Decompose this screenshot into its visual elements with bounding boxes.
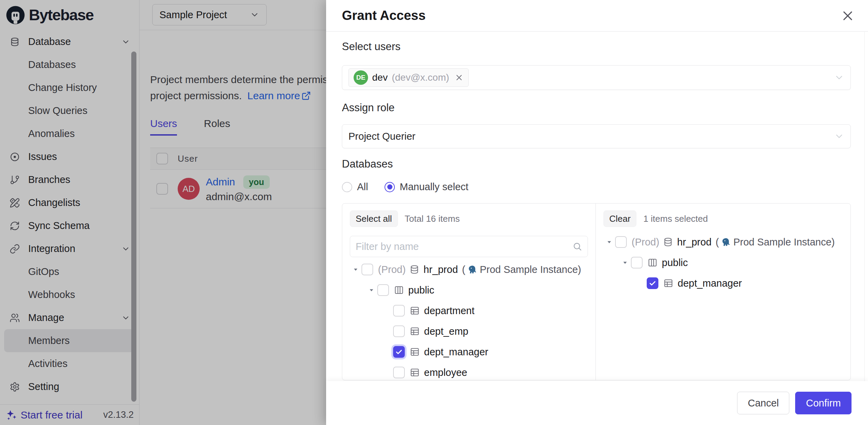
database-name: hr_prod (424, 264, 458, 275)
caret-down-icon[interactable] (366, 287, 377, 293)
checkbox[interactable] (631, 257, 643, 268)
chip-user-name: dev (372, 72, 388, 83)
tree-row-table[interactable]: dept_manager (603, 273, 843, 294)
modal-title: Grant Access (342, 8, 426, 23)
tree-row-schema[interactable]: public (350, 280, 588, 300)
schema-icon (647, 257, 658, 268)
instance-paren: ( (462, 264, 466, 275)
cancel-button[interactable]: Cancel (737, 392, 789, 414)
tree-row-table[interactable]: employee (350, 362, 588, 380)
checkbox[interactable] (393, 305, 405, 317)
environment-label: (Prod) (632, 237, 659, 248)
selected-tree: (Prod) hr_prod ( Prod Sample Instance) (603, 232, 843, 294)
checkbox[interactable] (361, 264, 373, 275)
table-icon (410, 306, 420, 316)
checkbox-checked[interactable] (393, 346, 405, 358)
table-name: department (424, 305, 475, 317)
radio-icon (342, 182, 352, 192)
table-icon (663, 278, 674, 288)
chevron-down-icon (834, 72, 844, 83)
table-name: dept_manager (424, 346, 488, 358)
selected-user-chip: DE dev (dev@x.com) (348, 68, 469, 87)
filter-input[interactable] (356, 241, 572, 252)
checkbox[interactable] (393, 367, 405, 378)
table-name: dept_manager (678, 278, 742, 289)
database-scope-radios: All Manually select (342, 181, 468, 193)
radio-checked-icon (385, 182, 395, 192)
assign-role-label: Assign role (342, 102, 394, 114)
selected-count-label: 1 items selected (643, 214, 708, 224)
instance-name: Prod Sample Instance) (480, 264, 581, 275)
environment-label: (Prod) (378, 264, 406, 275)
caret-down-icon[interactable] (619, 260, 631, 265)
database-icon (409, 264, 420, 275)
table-name: dept_emp (424, 326, 468, 337)
table-icon (410, 347, 420, 357)
schema-icon (394, 285, 404, 295)
select-users-label: Select users (342, 41, 401, 53)
postgresql-icon (467, 264, 478, 275)
assign-role-select[interactable]: Project Querier (342, 124, 851, 148)
close-icon[interactable] (841, 9, 854, 22)
tree-row-schema[interactable]: public (603, 252, 843, 273)
checkbox[interactable] (377, 284, 389, 296)
radio-manual-label: Manually select (400, 181, 468, 193)
tree-row-database[interactable]: (Prod) hr_prod ( Prod Sample Instance) (603, 232, 843, 252)
modal-overlay[interactable] (0, 0, 326, 425)
selected-pane: Clear 1 items selected (Prod) hr_prod ( … (596, 204, 850, 380)
instance-name: Prod Sample Instance) (733, 237, 835, 248)
radio-manually-select[interactable]: Manually select (385, 181, 468, 193)
databases-label: Databases (342, 158, 393, 170)
schema-name: public (662, 257, 688, 268)
tree-row-database[interactable]: (Prod) hr_prod ( Prod Sample Instance) (350, 259, 588, 280)
source-pane: Select all Total 16 items (Prod) hr_prod (342, 204, 596, 380)
remove-user-icon[interactable] (455, 73, 464, 82)
tree-row-table[interactable]: dept_emp (350, 321, 588, 342)
modal-header: Grant Access (326, 0, 868, 32)
tree-row-table[interactable]: dept_manager (350, 342, 588, 362)
radio-all-label: All (357, 181, 368, 193)
tree-row-table[interactable]: department (350, 300, 588, 321)
database-transfer-panel: Select all Total 16 items (Prod) hr_prod (342, 203, 851, 380)
database-name: hr_prod (677, 237, 712, 248)
grant-access-modal: Grant Access Select users DE dev (dev@x.… (326, 0, 868, 425)
total-items-label: Total 16 items (405, 214, 460, 224)
filter-field (350, 236, 588, 257)
database-tree: (Prod) hr_prod ( Prod Sample Instance) (350, 259, 588, 380)
table-name: employee (424, 367, 467, 378)
chevron-down-icon (834, 131, 844, 141)
select-users-input[interactable]: DE dev (dev@x.com) (342, 65, 851, 90)
caret-down-icon[interactable] (350, 267, 361, 272)
instance-paren: ( (716, 237, 719, 248)
table-icon (410, 367, 420, 378)
schema-name: public (408, 285, 434, 296)
app-root: Bytebase Database Databases Change Histo… (0, 0, 868, 425)
select-all-button[interactable]: Select all (350, 210, 398, 227)
avatar: DE (354, 70, 368, 85)
checkbox-checked[interactable] (647, 277, 658, 289)
table-icon (410, 326, 420, 336)
postgresql-icon (721, 237, 731, 247)
chip-user-email: (dev@x.com) (392, 72, 449, 83)
checkbox[interactable] (615, 236, 627, 248)
radio-all[interactable]: All (342, 181, 368, 193)
assign-role-value: Project Querier (348, 131, 415, 142)
checkbox[interactable] (393, 325, 405, 337)
clear-button[interactable]: Clear (603, 210, 636, 227)
database-icon (663, 237, 673, 247)
confirm-button[interactable]: Confirm (795, 392, 852, 414)
search-icon (572, 242, 582, 251)
caret-down-icon[interactable] (603, 239, 615, 245)
modal-scrollbar-track[interactable] (864, 32, 865, 425)
modal-footer: Cancel Confirm (326, 381, 868, 425)
